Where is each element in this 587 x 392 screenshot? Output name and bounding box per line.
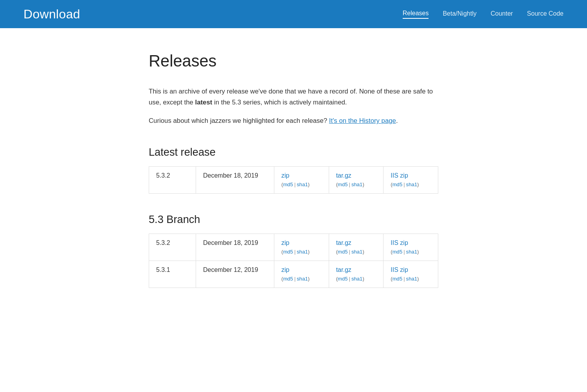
targz-link[interactable]: tar.gz: [336, 172, 376, 179]
iiszip-link[interactable]: IIS zip: [391, 172, 431, 179]
iiszip-link[interactable]: IIS zip: [391, 239, 431, 246]
zip-cell: zip (md5|sha1): [274, 234, 329, 261]
targz-hashes: (md5|sha1): [336, 276, 364, 282]
site-title: Download: [23, 7, 80, 22]
nav-beta-nightly[interactable]: Beta/Nightly: [443, 10, 476, 18]
zip-hashes: (md5|sha1): [281, 182, 310, 187]
targz-sha1-link[interactable]: sha1: [351, 182, 362, 187]
version-cell: 5.3.2: [149, 167, 196, 194]
nav-counter[interactable]: Counter: [491, 10, 513, 18]
latest-release-title: Latest release: [149, 146, 438, 158]
zip-sha1-link[interactable]: sha1: [297, 276, 308, 282]
targz-sha1-link[interactable]: sha1: [351, 276, 362, 282]
latest-release-table: 5.3.2 December 18, 2019 zip (md5|sha1) t…: [149, 166, 438, 194]
table-row: 5.3.2 December 18, 2019 zip (md5|sha1) t…: [149, 234, 438, 261]
header: Download Releases Beta/Nightly Counter S…: [0, 0, 587, 28]
zip-cell: zip (md5|sha1): [274, 167, 329, 194]
table-row: 5.3.1 December 12, 2019 zip (md5|sha1) t…: [149, 261, 438, 288]
iiszip-md5-link[interactable]: md5: [393, 276, 403, 282]
iiszip-md5-link[interactable]: md5: [393, 182, 403, 187]
nav-source-code[interactable]: Source Code: [527, 10, 564, 18]
header-nav: Releases Beta/Nightly Counter Source Cod…: [403, 10, 564, 19]
targz-link[interactable]: tar.gz: [336, 266, 376, 273]
description-archive: This is an archive of every release we'v…: [149, 86, 438, 108]
targz-cell: tar.gz (md5|sha1): [329, 234, 384, 261]
latest-release-section: Latest release 5.3.2 December 18, 2019 z…: [149, 146, 438, 194]
zip-sha1-link[interactable]: sha1: [297, 182, 308, 187]
iiszip-sha1-link[interactable]: sha1: [406, 249, 417, 255]
iiszip-hashes: (md5|sha1): [391, 182, 419, 187]
targz-link[interactable]: tar.gz: [336, 239, 376, 246]
table-row: 5.3.2 December 18, 2019 zip (md5|sha1) t…: [149, 167, 438, 194]
history-page-link[interactable]: It's on the History page: [329, 117, 396, 124]
zip-link[interactable]: zip: [281, 239, 322, 246]
targz-cell: tar.gz (md5|sha1): [329, 261, 384, 288]
date-cell: December 18, 2019: [196, 167, 274, 194]
iiszip-cell: IIS zip (md5|sha1): [384, 261, 438, 288]
branch-53-title: 5.3 Branch: [149, 213, 438, 226]
description-history: Curious about which jazzers we highlight…: [149, 115, 438, 126]
iiszip-hashes: (md5|sha1): [391, 276, 419, 282]
iiszip-md5-link[interactable]: md5: [393, 249, 403, 255]
zip-hashes: (md5|sha1): [281, 276, 310, 282]
iiszip-cell: IIS zip (md5|sha1): [384, 167, 438, 194]
zip-link[interactable]: zip: [281, 172, 322, 179]
version-cell: 5.3.2: [149, 234, 196, 261]
targz-hashes: (md5|sha1): [336, 249, 364, 255]
date-cell: December 18, 2019: [196, 234, 274, 261]
date-cell: December 12, 2019: [196, 261, 274, 288]
zip-md5-link[interactable]: md5: [283, 182, 293, 187]
branch-53-section: 5.3 Branch 5.3.2 December 18, 2019 zip (…: [149, 213, 438, 288]
page-title: Releases: [149, 52, 438, 70]
iiszip-sha1-link[interactable]: sha1: [406, 182, 417, 187]
zip-link[interactable]: zip: [281, 266, 322, 273]
main-content: Releases This is an archive of every rel…: [133, 28, 454, 331]
targz-cell: tar.gz (md5|sha1): [329, 167, 384, 194]
iiszip-sha1-link[interactable]: sha1: [406, 276, 417, 282]
zip-hashes: (md5|sha1): [281, 249, 310, 255]
iiszip-cell: IIS zip (md5|sha1): [384, 234, 438, 261]
targz-md5-link[interactable]: md5: [338, 249, 348, 255]
targz-sha1-link[interactable]: sha1: [351, 249, 362, 255]
nav-releases[interactable]: Releases: [403, 10, 429, 19]
iiszip-hashes: (md5|sha1): [391, 249, 419, 255]
zip-cell: zip (md5|sha1): [274, 261, 329, 288]
targz-md5-link[interactable]: md5: [338, 276, 348, 282]
zip-md5-link[interactable]: md5: [283, 276, 293, 282]
targz-md5-link[interactable]: md5: [338, 182, 348, 187]
branch-53-table: 5.3.2 December 18, 2019 zip (md5|sha1) t…: [149, 234, 438, 288]
zip-sha1-link[interactable]: sha1: [297, 249, 308, 255]
targz-hashes: (md5|sha1): [336, 182, 364, 187]
iiszip-link[interactable]: IIS zip: [391, 266, 431, 273]
zip-md5-link[interactable]: md5: [283, 249, 293, 255]
version-cell: 5.3.1: [149, 261, 196, 288]
